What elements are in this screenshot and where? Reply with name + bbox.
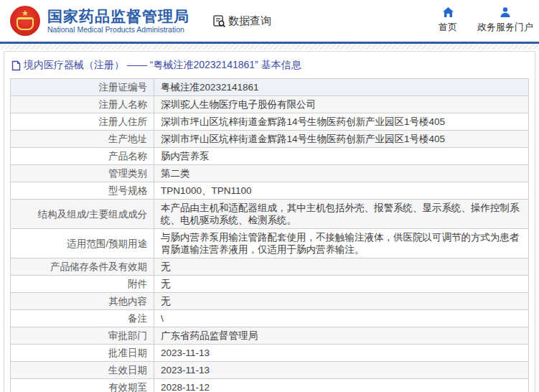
breadcrumb: 境内医疗器械（注册） —— “粤械注准20232141861” 基本信息 bbox=[10, 57, 529, 78]
row-value: 2023-11-13 bbox=[154, 362, 529, 379]
user-icon bbox=[500, 6, 511, 18]
table-row: 产品储存条件及有效期 无 bbox=[11, 258, 529, 276]
row-value: 深圳市坪山区坑梓街道金辉路14号生物医药创新产业园区1号楼405 bbox=[154, 113, 529, 131]
table-row: 其他内容 无 bbox=[11, 293, 529, 310]
table-row: 批准日期 2023-11-13 bbox=[11, 345, 529, 362]
row-value: 广东省药品监督管理局 bbox=[154, 327, 529, 345]
row-value: 粤械注准20232141861 bbox=[154, 79, 529, 96]
row-label: 产品储存条件及有效期 bbox=[11, 258, 154, 276]
table-row: 生效日期 2023-11-13 bbox=[11, 362, 529, 379]
org-name-cn: 国家药品监督管理局 bbox=[47, 8, 189, 25]
row-label: 附件 bbox=[11, 276, 154, 293]
row-value: TPN1000、TPN1100 bbox=[154, 182, 529, 200]
row-label: 生效日期 bbox=[11, 362, 154, 379]
table-row: 附件 无 bbox=[11, 276, 529, 293]
row-value: 无 bbox=[154, 293, 529, 310]
row-label: 结构及组成/主要组成成分 bbox=[11, 200, 154, 229]
row-label: 管理类别 bbox=[11, 165, 154, 182]
row-value: 第二类 bbox=[154, 165, 529, 182]
document-icon bbox=[11, 60, 21, 71]
row-value: 2028-11-12 bbox=[154, 379, 529, 392]
row-label: 生产地址 bbox=[11, 131, 154, 148]
nav-gov-portal[interactable]: 政务服务门户 bbox=[477, 6, 533, 34]
data-query-tab[interactable]: 数据查询 bbox=[212, 14, 271, 28]
table-row: 注册人住所 深圳市坪山区坑梓街道金辉路14号生物医药创新产业园区1号楼405 bbox=[11, 113, 529, 131]
row-value: 2023-11-13 bbox=[154, 345, 529, 362]
row-value: 深圳驼人生物医疗电子股份有限公司 bbox=[154, 96, 529, 113]
nav-home-label: 首页 bbox=[439, 21, 457, 34]
row-value: 本产品由主机和适配器组成，其中主机包括外壳、报警系统、显示系统、操作控制系统、电… bbox=[154, 200, 529, 229]
row-value: 肠内营养泵 bbox=[154, 148, 529, 165]
site-header: 国家药品监督管理局 National Medical Products Admi… bbox=[0, 0, 539, 44]
table-row: 有效期至 2028-11-12 bbox=[11, 379, 529, 392]
org-name-en: National Medical Products Administration bbox=[47, 25, 189, 34]
nav-gov-portal-label: 政务服务门户 bbox=[477, 21, 533, 34]
row-label: 产品名称 bbox=[11, 148, 154, 165]
home-icon bbox=[442, 6, 454, 18]
table-row: 注册证编号 粤械注准20232141861 bbox=[11, 79, 529, 96]
registration-info-table: 注册证编号 粤械注准20232141861 注册人名称 深圳驼人生物医疗电子股份… bbox=[10, 78, 529, 392]
row-label: 型号规格 bbox=[11, 182, 154, 200]
row-value: 无 bbox=[154, 258, 529, 276]
table-row: 审批部门 广东省药品监督管理局 bbox=[11, 327, 529, 345]
breadcrumb-label: 境内医疗器械（注册） —— “粤械注准20232141861” 基本信息 bbox=[24, 59, 301, 72]
row-label: 注册人名称 bbox=[11, 96, 154, 113]
row-value: \ bbox=[154, 310, 529, 327]
table-row: 结构及组成/主要组成成分 本产品由主机和适配器组成，其中主机包括外壳、报警系统、… bbox=[11, 200, 529, 229]
nav-home[interactable]: 首页 bbox=[439, 6, 457, 34]
decorative-hatch-strip bbox=[0, 44, 539, 50]
data-query-label: 数据查询 bbox=[228, 14, 271, 28]
row-label: 有效期至 bbox=[11, 379, 154, 392]
row-label: 适用范围/预期用途 bbox=[11, 229, 154, 258]
result-detail-panel: 境内医疗器械（注册） —— “粤械注准20232141861” 基本信息 注册证… bbox=[4, 51, 535, 392]
row-value: 深圳市坪山区坑梓街道金辉路14号生物医药创新产业园区1号楼405 bbox=[154, 131, 529, 148]
table-row: 生产地址 深圳市坪山区坑梓街道金辉路14号生物医药创新产业园区1号楼405 bbox=[11, 131, 529, 148]
site-logo: 国家药品监督管理局 National Medical Products Admi… bbox=[10, 6, 189, 36]
row-value: 与肠内营养泵用输注管路配套使用，不接触输注液体，供医院以可调节的方式为患者胃肠道… bbox=[154, 229, 529, 258]
row-label: 其他内容 bbox=[11, 293, 154, 310]
table-row: 管理类别 第二类 bbox=[11, 165, 529, 182]
table-row: 型号规格 TPN1000、TPN1100 bbox=[11, 182, 529, 200]
row-label: 注册人住所 bbox=[11, 113, 154, 131]
row-value: 无 bbox=[154, 276, 529, 293]
row-label: 审批部门 bbox=[11, 327, 154, 345]
table-row: 适用范围/预期用途 与肠内营养泵用输注管路配套使用，不接触输注液体，供医院以可调… bbox=[11, 229, 529, 258]
table-row: 注册人名称 深圳驼人生物医疗电子股份有限公司 bbox=[11, 96, 529, 113]
table-row: 备注 \ bbox=[11, 310, 529, 327]
national-emblem-icon bbox=[10, 6, 40, 36]
table-row: 产品名称 肠内营养泵 bbox=[11, 148, 529, 165]
row-label: 批准日期 bbox=[11, 345, 154, 362]
row-label: 备注 bbox=[11, 310, 154, 327]
row-label: 注册证编号 bbox=[11, 79, 154, 96]
data-query-icon bbox=[212, 14, 226, 28]
